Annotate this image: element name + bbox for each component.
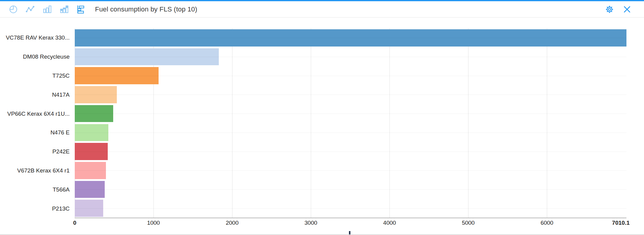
chart-type-horizontal-bar-button[interactable] (75, 3, 87, 15)
chart-type-stacked-bar-button[interactable] (58, 3, 70, 15)
x-tick-label: 3000 (304, 220, 317, 226)
resize-handle[interactable] (349, 231, 350, 234)
header-actions (603, 3, 644, 15)
x-tick-label: 5000 (462, 220, 475, 226)
plot-area (75, 28, 626, 218)
chart-type-line-button[interactable] (24, 3, 36, 15)
gridline-horizontal (75, 38, 626, 38)
value-axis: 01000200030004000500060007010.1 (75, 220, 626, 229)
gridline-horizontal (75, 152, 626, 152)
x-tick-label: 1000 (147, 220, 160, 226)
line-chart-icon (26, 5, 35, 14)
category-label: VC78E RAV Kerax 330... (0, 28, 72, 47)
settings-button[interactable] (603, 3, 616, 15)
category-label: N417A (0, 85, 72, 104)
chart-title: Fuel consumption by FLS (top 10) (95, 5, 197, 13)
gear-icon (605, 5, 614, 14)
gridline-horizontal (75, 114, 626, 114)
category-label: P213C (0, 199, 72, 218)
chart-widget: Fuel consumption by FLS (top 10) (0, 0, 644, 235)
category-label: DM08 Recycleuse (0, 47, 72, 66)
category-axis: VC78E RAV Kerax 330...DM08 RecycleuseT72… (0, 28, 72, 218)
category-label: N476 E (0, 123, 72, 142)
category-label: T725C (0, 66, 72, 85)
bar-chart: VC78E RAV Kerax 330...DM08 RecycleuseT72… (0, 18, 644, 234)
gridline-horizontal (75, 57, 626, 57)
close-button[interactable] (621, 3, 633, 15)
widget-header: Fuel consumption by FLS (top 10) (0, 1, 644, 18)
chart-type-pie-button[interactable] (7, 3, 19, 15)
category-label: T566A (0, 180, 72, 199)
x-axis-max-label: 7010.1 (612, 220, 629, 226)
x-tick-label: 0 (73, 220, 77, 226)
chart-type-toolbar (0, 3, 87, 15)
gridline-horizontal (75, 170, 626, 171)
x-tick-label: 6000 (540, 220, 553, 226)
close-icon (623, 5, 631, 13)
horizontal-bar-chart-icon (77, 5, 86, 14)
pie-chart-icon (9, 5, 18, 14)
stacked-bar-chart-icon (60, 5, 68, 14)
gridline-horizontal (75, 76, 626, 76)
bar-chart-icon (43, 5, 51, 14)
x-tick-label: 4000 (383, 220, 396, 226)
category-label: V672B Kerax 6X4 r1 (0, 161, 72, 180)
x-tick-label: 2000 (226, 220, 238, 226)
gridline-horizontal (75, 133, 626, 133)
chart-type-bar-button[interactable] (41, 3, 53, 15)
category-label: VP66C Kerax 6X4 r1U... (0, 104, 72, 123)
gridline-horizontal (75, 208, 626, 209)
category-label: P242E (0, 142, 72, 161)
gridline-horizontal (75, 189, 626, 190)
gridline-horizontal (75, 95, 626, 95)
